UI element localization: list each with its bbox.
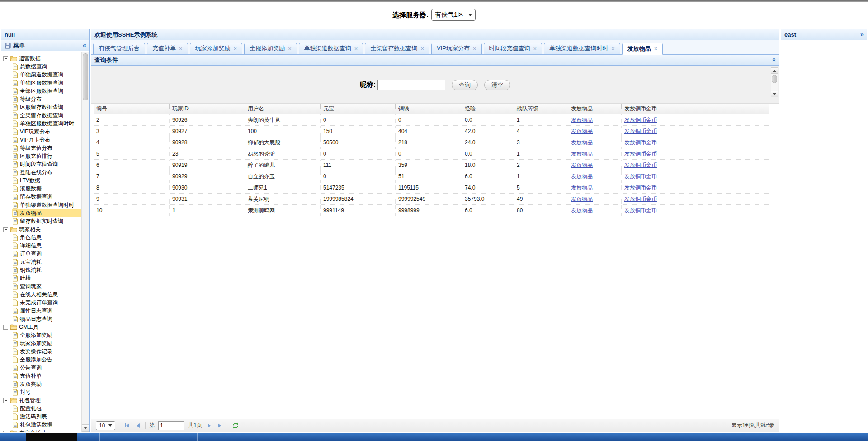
tree-item-row[interactable]: 未完成订单查询: [12, 299, 81, 307]
tree-item-row[interactable]: LTV数据: [12, 176, 81, 185]
collapse-expander-icon[interactable]: [3, 56, 8, 61]
give-item-link[interactable]: 发放物品: [571, 196, 593, 202]
tab-全渠留存数据查询[interactable]: 全渠留存数据查询×: [365, 43, 429, 54]
give-coin-link[interactable]: 发放铜币金币: [624, 207, 657, 213]
tree-item-row[interactable]: 铜钱消耗: [12, 266, 81, 274]
tree-item-row[interactable]: 属性日志查询: [12, 307, 81, 315]
tree-item-row[interactable]: 充值补单: [12, 372, 81, 380]
tab-close-icon[interactable]: ×: [354, 45, 358, 52]
tree-item-row[interactable]: 查询玩家: [12, 282, 81, 290]
table-row[interactable]: 790929自立的亦玉0516.01发放物品发放铜币金币: [94, 171, 769, 182]
tree-item-row[interactable]: 区服留存数据查询: [12, 103, 81, 111]
page-number-input[interactable]: [158, 421, 184, 430]
give-coin-link[interactable]: 发放铜币金币: [624, 162, 657, 168]
tab-时间段充值查询[interactable]: 时间段充值查询×: [484, 43, 542, 54]
tree-item-row[interactable]: 留存数据实时查询: [12, 217, 81, 225]
east-collapse-icon[interactable]: »: [860, 29, 864, 40]
page-size-select[interactable]: 10: [96, 421, 115, 430]
give-item-link[interactable]: 发放物品: [571, 207, 593, 213]
query-collapse-icon[interactable]: «: [773, 55, 776, 66]
tab-close-icon[interactable]: ×: [420, 45, 424, 52]
give-coin-link[interactable]: 发放铜币金币: [624, 139, 657, 146]
tab-全服添加奖励[interactable]: 全服添加奖励×: [244, 43, 297, 54]
table-row[interactable]: 990931蒂芙尼明199998582499999254935793.049发放…: [94, 194, 769, 205]
tree-item-row[interactable]: 滚服数据: [12, 185, 81, 193]
give-item-link[interactable]: 发放物品: [571, 128, 593, 134]
tree-item-row[interactable]: 发放物品: [12, 209, 81, 217]
tree-item-row[interactable]: 详细信息: [12, 242, 81, 250]
table-row[interactable]: 39092710015040442.04发放物品发放铜币金币: [94, 126, 769, 137]
tab-close-icon[interactable]: ×: [533, 45, 537, 52]
tab-close-icon[interactable]: ×: [654, 45, 658, 52]
tree-item-row[interactable]: 公告查询: [12, 364, 81, 372]
tree-item-row[interactable]: VIP月卡分布: [12, 136, 81, 144]
table-row[interactable]: 101亲测源码网999114999989996.080发放物品发放铜币金币: [94, 205, 769, 216]
table-row[interactable]: 523易怒的秃驴000.01发放物品发放铜币金币: [94, 148, 769, 160]
last-page-button[interactable]: [216, 423, 224, 428]
tree-item-row[interactable]: 发放奖励: [12, 380, 81, 388]
tree-item-row[interactable]: 全部区服数据查询: [12, 87, 81, 95]
tab-单独渠道数据查询[interactable]: 单独渠道数据查询×: [299, 43, 363, 54]
tab-充值补单[interactable]: 充值补单×: [147, 43, 188, 54]
tree-item-row[interactable]: 吐槽: [12, 274, 81, 282]
tree-item-row[interactable]: 全服添加公告: [12, 356, 81, 364]
tree-item-row[interactable]: 全渠留存数据查询: [12, 111, 81, 119]
give-item-link[interactable]: 发放物品: [571, 139, 593, 146]
content-scrollbar[interactable]: [771, 67, 778, 97]
collapse-expander-icon[interactable]: [3, 227, 8, 232]
tab-有侠气管理后台[interactable]: 有侠气管理后台: [93, 43, 145, 54]
tree-item-row[interactable]: 等级分布: [12, 95, 81, 103]
give-item-link[interactable]: 发放物品: [571, 117, 593, 123]
give-item-link[interactable]: 发放物品: [571, 173, 593, 180]
tree-item-row[interactable]: 封号: [12, 388, 81, 396]
tree-item-row[interactable]: 玩家添加奖励: [12, 339, 81, 347]
accordion-collapse-icon[interactable]: «: [83, 40, 86, 51]
collapse-expander-icon[interactable]: [3, 431, 8, 432]
tab-close-icon[interactable]: ×: [234, 45, 237, 52]
tree-item-row[interactable]: 礼包激活数据: [12, 421, 81, 429]
give-coin-link[interactable]: 发放铜币金币: [624, 185, 657, 191]
tree-item-row[interactable]: 等级充值分布: [12, 144, 81, 152]
nickname-input[interactable]: [377, 80, 445, 90]
tree-item-row[interactable]: 全服添加奖励: [12, 331, 81, 339]
collapse-expander-icon[interactable]: [3, 398, 8, 403]
give-item-link[interactable]: 发放物品: [571, 151, 593, 157]
give-coin-link[interactable]: 发放铜币金币: [624, 128, 657, 134]
tree-item-row[interactable]: 单独区服数据查询: [12, 79, 81, 87]
clear-button[interactable]: 清空: [484, 80, 510, 90]
tab-单独渠道数据查询时时[interactable]: 单独渠道数据查询时时×: [544, 43, 620, 54]
tree-item-row[interactable]: 单独区服数据查询时时: [12, 119, 81, 128]
table-row[interactable]: 290926爽朗的黄牛党000.01发放物品发放铜币金币: [94, 114, 769, 126]
tab-close-icon[interactable]: ×: [611, 45, 615, 52]
tree-item-row[interactable]: 激活码列表: [12, 413, 81, 421]
first-page-button[interactable]: [123, 423, 131, 428]
taskbar-window-button[interactable]: [26, 433, 77, 441]
give-coin-link[interactable]: 发放铜币金币: [624, 151, 657, 157]
give-coin-link[interactable]: 发放铜币金币: [624, 173, 657, 180]
tab-发放物品[interactable]: 发放物品×: [622, 43, 663, 55]
table-row[interactable]: 690919醉了的婉儿11135918.02发放物品发放铜币金币: [94, 160, 769, 171]
tree-item-row[interactable]: 元宝消耗: [12, 258, 81, 266]
next-page-button[interactable]: [206, 423, 212, 428]
tree-item-row[interactable]: 发奖操作记录: [12, 347, 81, 356]
sidebar-scroll-down-button[interactable]: [82, 424, 89, 432]
tree-item-row[interactable]: 单独渠道数据查询: [12, 71, 81, 79]
content-scroll-up-button[interactable]: [771, 67, 778, 74]
content-scroll-down-button[interactable]: [771, 91, 778, 97]
tab-玩家添加奖励[interactable]: 玩家添加奖励×: [190, 43, 243, 54]
tab-close-icon[interactable]: ×: [473, 45, 476, 52]
taskbar[interactable]: [0, 433, 868, 441]
tree-item-row[interactable]: 配置礼包: [12, 404, 81, 413]
tree-item-row[interactable]: 登陆在线分布: [12, 168, 81, 176]
tree-item-row[interactable]: 区服充值排行: [12, 152, 81, 160]
table-row[interactable]: 490928抑郁的大屁股5050021824.03发放物品发放铜币金币: [94, 137, 769, 148]
tree-item-row[interactable]: 单独渠道数据查询时时: [12, 201, 81, 209]
menu-accordion-header[interactable]: 菜单 «: [1, 40, 89, 51]
tree-item-row[interactable]: 在线人相关信息: [12, 290, 81, 299]
tab-close-icon[interactable]: ×: [179, 45, 183, 52]
tree-item-row[interactable]: 时间段充值查询: [12, 160, 81, 168]
tree-folder-row[interactable]: 自定义活动: [3, 429, 81, 432]
tree-item-row[interactable]: 订单查询: [12, 250, 81, 258]
tree-folder-row[interactable]: 玩家相关: [3, 225, 81, 233]
give-coin-link[interactable]: 发放铜币金币: [624, 117, 657, 123]
